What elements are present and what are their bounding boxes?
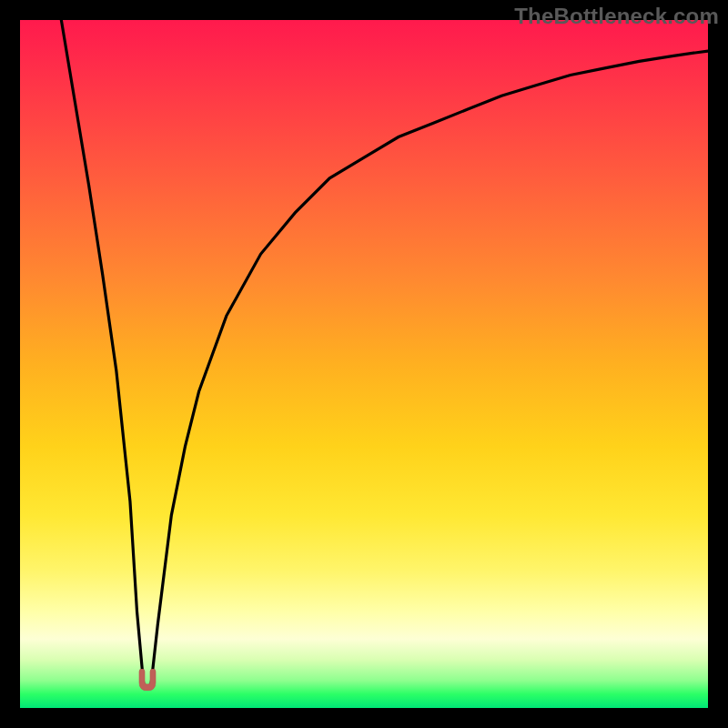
chart-frame: TheBottleneck.com [0, 0, 728, 728]
bottleneck-curve [20, 20, 708, 708]
optimal-point-marker [135, 669, 160, 691]
watermark-text: TheBottleneck.com [514, 4, 719, 29]
plot-area [20, 20, 708, 708]
